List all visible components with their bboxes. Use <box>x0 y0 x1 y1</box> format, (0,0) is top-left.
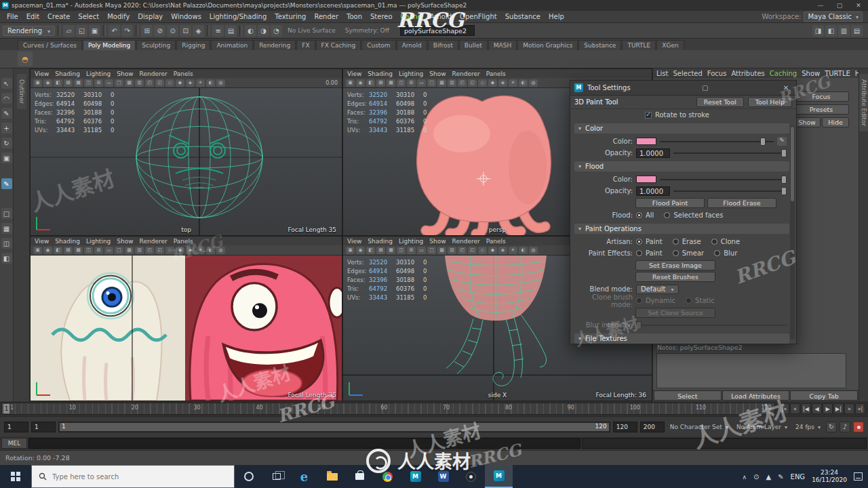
field-chart-icon[interactable]: ▥ <box>135 79 144 87</box>
time-slider-track[interactable]: 1 1102030405060708090100110120 <box>1 403 775 415</box>
shadows-toggle-icon[interactable]: ◐ <box>206 247 215 254</box>
make-live-icon[interactable]: ◈ <box>193 25 204 37</box>
xray-toggle-icon[interactable]: ◍ <box>529 79 538 87</box>
menu-display[interactable]: Display <box>134 13 167 20</box>
flood-selected-radio[interactable] <box>664 212 670 218</box>
viewport-top-camera[interactable]: ViewShadingLightingShowRendererPanels ▣◉… <box>30 68 342 236</box>
textured-mode-icon[interactable]: ◈ <box>186 247 195 254</box>
menu-toon[interactable]: Toon <box>342 13 366 20</box>
ae-menu-turtle[interactable]: TURTLE <box>825 70 850 77</box>
step-back-frame-button[interactable]: « <box>790 403 800 414</box>
viewport-menu-item[interactable]: Panels <box>174 238 193 245</box>
select-tool-icon[interactable]: ↖ <box>1 78 12 89</box>
set-erase-image-button[interactable]: Set Erase Image <box>635 260 715 270</box>
wireframe-mode-icon[interactable]: ◇ <box>165 79 174 87</box>
anim-layer-select[interactable]: No Anim Layer <box>734 424 790 430</box>
separator[interactable] <box>103 25 106 36</box>
film-gate-icon[interactable]: ▭ <box>417 247 426 254</box>
viewport-menu-item[interactable]: Lighting <box>86 238 111 245</box>
presets-button[interactable]: Presets <box>793 104 849 115</box>
shelf-tab[interactable]: TURTLE <box>622 40 656 50</box>
snap-to-grid-icon[interactable]: ⊞ <box>141 25 153 37</box>
snap-to-plane-icon[interactable]: ⊡ <box>180 25 191 37</box>
reset-brushes-button[interactable]: Reset Brushes <box>635 272 715 282</box>
viewport-menu-item[interactable]: Panels <box>486 70 506 77</box>
flood-section-header[interactable]: Flood <box>574 161 789 171</box>
notification-center-icon[interactable] <box>854 472 863 481</box>
outliner-tab[interactable]: Outliner <box>17 74 26 109</box>
snap-to-curve-icon[interactable]: ⊘ <box>154 25 165 37</box>
shelf-tab[interactable]: Rigging <box>176 40 210 50</box>
shelf-tab[interactable]: Poly Modeling <box>83 40 136 50</box>
construction-history-icon[interactable]: ≡ <box>212 25 224 37</box>
pfx-smear-radio[interactable] <box>673 250 679 256</box>
scrollbar-thumb[interactable] <box>791 127 794 201</box>
viewport-menu-item[interactable]: View <box>347 238 361 245</box>
flood-paint-button[interactable]: Flood Paint <box>635 198 705 208</box>
pan-zoom-icon[interactable]: ◫ <box>397 247 406 254</box>
wireframe-mode-icon[interactable]: ◇ <box>478 79 487 87</box>
hide-button[interactable]: Hide <box>822 117 849 127</box>
shadows-toggle-icon[interactable]: ◐ <box>519 79 528 87</box>
flood-opacity-field[interactable]: 1.0000 <box>636 186 670 196</box>
artisan-paint-radio[interactable] <box>636 239 642 245</box>
textured-mode-icon[interactable]: ◈ <box>498 247 507 254</box>
menu-set-select[interactable]: Rendering <box>3 26 55 36</box>
rotate-tool-icon[interactable]: ↻ <box>1 138 12 148</box>
opacity-field[interactable]: 1.0000 <box>636 148 670 158</box>
viewport-menu-item[interactable]: Shading <box>368 238 393 245</box>
flood-color-slider[interactable] <box>660 176 787 184</box>
gate-mask-icon[interactable]: ▩ <box>125 79 134 87</box>
viewport-menu-item[interactable]: Renderer <box>140 238 167 245</box>
close-window-button[interactable]: ✕ <box>780 84 792 92</box>
shelf-tab[interactable]: MASH <box>488 40 517 50</box>
flood-all-radio[interactable] <box>636 212 642 218</box>
ae-load-attributes-button[interactable]: Load Attributes <box>722 390 790 401</box>
blend-mode-select[interactable]: Default <box>636 285 679 294</box>
viewport-texture-paint[interactable]: ViewShadingLightingShowRendererPanels ▣◉… <box>30 236 342 401</box>
viewport-menu-item[interactable]: Shading <box>55 70 80 77</box>
xray-toggle-icon[interactable]: ◍ <box>529 247 538 254</box>
viewport-menu-item[interactable]: Shading <box>55 238 80 245</box>
grid-toggle-icon[interactable]: ⊞ <box>94 79 103 87</box>
viewport-menu-item[interactable]: Panels <box>486 238 506 245</box>
shelf-tab[interactable]: Motion Graphics <box>517 40 578 50</box>
viewport-menu-item[interactable]: Shading <box>368 70 393 77</box>
lighting-toggle-icon[interactable]: ☀ <box>196 247 205 254</box>
custom-layout-icon[interactable]: ◧ <box>1 253 12 264</box>
lighting-toggle-icon[interactable]: ☀ <box>509 79 517 87</box>
menu-help[interactable]: Help <box>545 13 568 20</box>
shaded-mode-icon[interactable]: ◆ <box>488 79 497 87</box>
snap-to-point-icon[interactable]: ⊙ <box>167 25 178 37</box>
workspace-select[interactable]: Maya Classic <box>804 12 863 22</box>
tray-expand-icon[interactable] <box>742 473 747 481</box>
image-plane-icon[interactable]: ▦ <box>74 79 83 87</box>
shelf-tab[interactable]: Rendering <box>254 40 296 50</box>
playback-loop-icon[interactable] <box>826 422 837 432</box>
lock-camera-icon[interactable]: ◉ <box>356 79 365 87</box>
four-pane-layout-icon[interactable]: ▦ <box>1 223 12 234</box>
slider-handle[interactable] <box>781 187 787 195</box>
cortana-icon[interactable] <box>235 465 262 488</box>
current-frame-marker[interactable]: 1 <box>3 404 9 413</box>
safe-title-icon[interactable]: ◱ <box>155 247 164 254</box>
shelf-tab[interactable]: Bullet <box>459 40 488 50</box>
menu-windows[interactable]: Windows <box>167 13 205 20</box>
field-chart-icon[interactable]: ▥ <box>448 247 456 254</box>
paint-operations-section-header[interactable]: Paint Operations <box>574 224 789 234</box>
field-chart-icon[interactable]: ▥ <box>135 247 144 254</box>
menu-render[interactable]: Render <box>310 13 342 20</box>
reset-tool-button[interactable]: Reset Tool <box>696 97 744 107</box>
list-input-operations-icon[interactable]: ▤ <box>225 25 237 37</box>
resolution-gate-icon[interactable]: □ <box>427 79 436 87</box>
menu-substance[interactable]: Substance <box>501 13 545 20</box>
menu-modify[interactable]: Modify <box>103 13 134 20</box>
ae-menu-focus[interactable]: Focus <box>707 70 727 77</box>
viewport-menu-item[interactable]: View <box>35 238 49 245</box>
shelf-tab[interactable]: Substance <box>578 40 621 50</box>
camera-attributes-icon[interactable]: ◧ <box>366 247 375 254</box>
pan-zoom-icon[interactable]: ◫ <box>84 247 93 254</box>
flood-erase-button[interactable]: Flood Erase <box>707 198 776 208</box>
xray-toggle-icon[interactable]: ◍ <box>216 247 225 254</box>
attribute-editor-tab[interactable]: Attribute Editor <box>859 74 868 131</box>
